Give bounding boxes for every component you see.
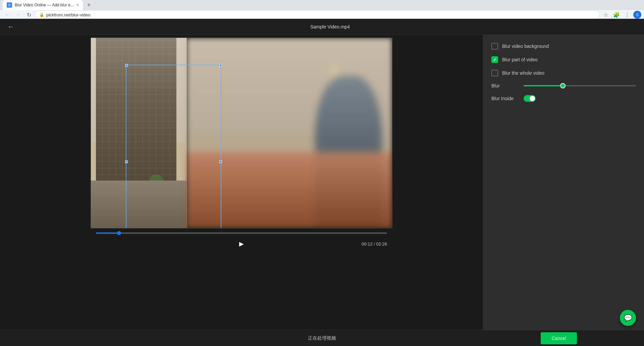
bottom-bar: 正在处理视频 Cancel xyxy=(0,330,644,346)
blur-whole-label: Blur the whole video xyxy=(502,70,544,76)
blur-background-option[interactable]: Blur video background xyxy=(491,43,636,50)
back-button[interactable]: ← xyxy=(5,21,16,32)
video-container xyxy=(91,38,392,228)
chat-icon: 💬 xyxy=(624,314,632,322)
refresh-button[interactable]: ↻ xyxy=(24,10,34,19)
blur-slider-thumb[interactable] xyxy=(560,83,566,88)
blur-inside-toggle[interactable] xyxy=(524,95,536,102)
more-button[interactable]: ⋮ xyxy=(623,10,632,19)
browser-chrome: B Blur Video Online — Add blur e... × + … xyxy=(0,0,644,19)
back-button[interactable]: ← xyxy=(3,10,12,19)
bookmark-button[interactable]: ☆ xyxy=(601,10,610,19)
resize-handle-mr[interactable] xyxy=(219,160,222,163)
browser-tabs: B Blur Video Online — Add blur e... × + xyxy=(0,0,644,10)
new-tab-button[interactable]: + xyxy=(84,0,94,10)
blur-whole-option[interactable]: Blur the whole video xyxy=(491,70,636,76)
time-display: 00:12 / 02:26 xyxy=(362,241,387,247)
tab-close-button[interactable]: × xyxy=(76,3,79,7)
lock-icon: 🔒 xyxy=(39,12,44,17)
forward-button[interactable]: → xyxy=(13,10,23,19)
video-area: ▶ 00:12 / 02:26 xyxy=(0,35,483,330)
address-text: pickfrom.net/blur-video xyxy=(46,12,91,17)
chat-widget[interactable]: 💬 xyxy=(620,310,636,326)
blur-whole-checkbox[interactable] xyxy=(491,70,498,76)
processing-text: 正在处理视频 xyxy=(308,335,336,341)
resize-handle-tr[interactable] xyxy=(219,64,222,67)
main-content: ▶ 00:12 / 02:26 Blur video background Bl… xyxy=(0,35,644,330)
blur-slider-row: Blur xyxy=(491,83,636,88)
blur-part-checkbox[interactable] xyxy=(491,56,498,63)
progress-bar-area[interactable] xyxy=(91,231,392,235)
resize-handle-ml[interactable] xyxy=(125,160,128,163)
profile-icon[interactable]: S xyxy=(633,11,641,19)
controls-row: ▶ 00:12 / 02:26 xyxy=(91,236,392,251)
blur-part-option[interactable]: Blur part of video xyxy=(491,56,636,63)
cancel-button[interactable]: Cancel xyxy=(541,332,577,344)
address-bar[interactable]: 🔒 pickfrom.net/blur-video xyxy=(35,10,600,19)
video-controls: ▶ 00:12 / 02:26 xyxy=(91,228,392,254)
browser-tab-active[interactable]: B Blur Video Online — Add blur e... × xyxy=(3,0,83,10)
progress-fill xyxy=(96,232,119,234)
blur-inside-row: Blur Inside xyxy=(491,95,636,102)
right-panel: Blur video background Blur part of video… xyxy=(483,35,644,330)
play-button[interactable]: ▶ xyxy=(235,238,248,250)
app-container: ← Sample Video.mp4 xyxy=(0,19,644,346)
app-title: Sample Video.mp4 xyxy=(21,24,639,29)
selection-box[interactable] xyxy=(126,65,221,228)
browser-toolbar: ← → ↻ 🔒 pickfrom.net/blur-video ☆ 🧩 ⋮ S xyxy=(0,10,644,20)
blur-background-label: Blur video background xyxy=(502,44,549,49)
extensions-button[interactable]: 🧩 xyxy=(612,10,621,19)
progress-track[interactable] xyxy=(96,232,387,234)
blur-part-label: Blur part of video xyxy=(502,57,538,62)
blur-slider-label: Blur xyxy=(491,83,518,88)
tab-title: Blur Video Online — Add blur e... xyxy=(15,3,74,7)
toolbar-right: ☆ 🧩 ⋮ S xyxy=(601,10,641,19)
blur-inside-label: Blur Inside xyxy=(491,96,518,101)
toggle-knob xyxy=(530,96,535,101)
app-header: ← Sample Video.mp4 xyxy=(0,19,644,35)
tab-favicon: B xyxy=(7,2,12,8)
blur-slider-track[interactable] xyxy=(524,85,636,86)
blur-slider-fill xyxy=(524,85,563,86)
progress-thumb[interactable] xyxy=(117,231,121,235)
blur-background-checkbox[interactable] xyxy=(491,43,498,50)
resize-handle-tl[interactable] xyxy=(125,64,128,67)
